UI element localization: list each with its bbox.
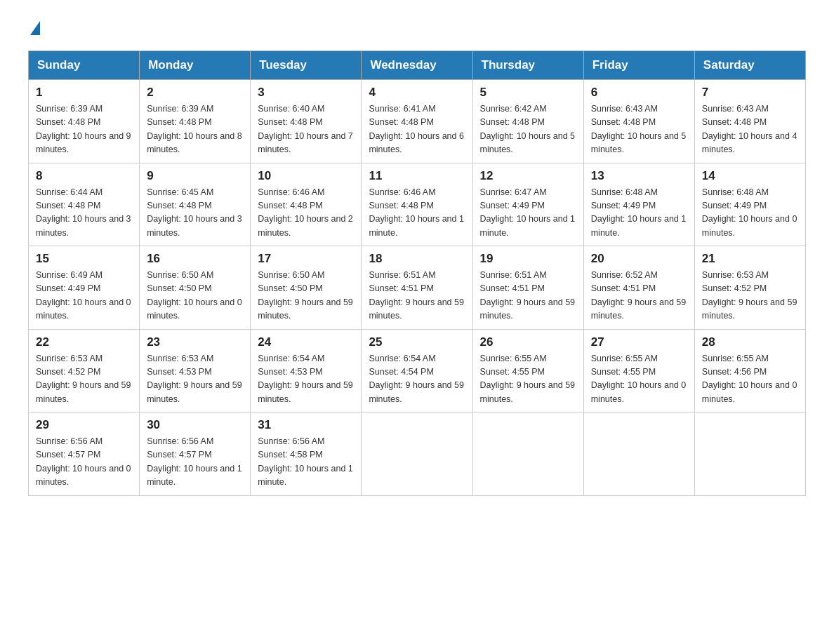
calendar-cell: 1 Sunrise: 6:39 AM Sunset: 4:48 PM Dayli…	[29, 80, 140, 163]
day-number: 9	[147, 169, 243, 183]
calendar-cell: 5 Sunrise: 6:42 AM Sunset: 4:48 PM Dayli…	[472, 80, 583, 163]
day-info: Sunrise: 6:43 AM Sunset: 4:48 PM Dayligh…	[702, 102, 798, 157]
calendar-cell: 9 Sunrise: 6:45 AM Sunset: 4:48 PM Dayli…	[140, 163, 251, 246]
day-info: Sunrise: 6:56 AM Sunset: 4:58 PM Dayligh…	[258, 435, 354, 490]
day-info: Sunrise: 6:48 AM Sunset: 4:49 PM Dayligh…	[702, 186, 798, 241]
day-number: 27	[591, 335, 687, 349]
day-number: 7	[702, 86, 798, 100]
calendar-cell: 4 Sunrise: 6:41 AM Sunset: 4:48 PM Dayli…	[362, 80, 472, 163]
day-number: 30	[147, 418, 243, 432]
day-info: Sunrise: 6:55 AM Sunset: 4:55 PM Dayligh…	[480, 352, 576, 407]
calendar-cell: 12 Sunrise: 6:47 AM Sunset: 4:49 PM Dayl…	[472, 163, 583, 246]
day-info: Sunrise: 6:39 AM Sunset: 4:48 PM Dayligh…	[147, 102, 243, 157]
calendar-cell	[362, 412, 472, 496]
calendar-week-5: 29 Sunrise: 6:56 AM Sunset: 4:57 PM Dayl…	[29, 412, 806, 496]
calendar-cell: 14 Sunrise: 6:48 AM Sunset: 4:49 PM Dayl…	[694, 163, 805, 246]
calendar-cell: 10 Sunrise: 6:46 AM Sunset: 4:48 PM Dayl…	[251, 163, 362, 246]
day-number: 23	[147, 335, 243, 349]
calendar-cell: 2 Sunrise: 6:39 AM Sunset: 4:48 PM Dayli…	[140, 80, 251, 163]
day-number: 3	[258, 86, 354, 100]
calendar-cell: 13 Sunrise: 6:48 AM Sunset: 4:49 PM Dayl…	[583, 163, 694, 246]
day-number: 11	[369, 169, 465, 183]
day-info: Sunrise: 6:56 AM Sunset: 4:57 PM Dayligh…	[147, 435, 243, 490]
day-info: Sunrise: 6:44 AM Sunset: 4:48 PM Dayligh…	[36, 186, 132, 241]
calendar-cell: 11 Sunrise: 6:46 AM Sunset: 4:48 PM Dayl…	[362, 163, 472, 246]
day-number: 31	[258, 418, 354, 432]
calendar-cell: 8 Sunrise: 6:44 AM Sunset: 4:48 PM Dayli…	[29, 163, 140, 246]
weekday-header-monday: Monday	[140, 51, 251, 80]
day-number: 1	[36, 86, 132, 100]
day-number: 14	[702, 169, 798, 183]
calendar-cell: 7 Sunrise: 6:43 AM Sunset: 4:48 PM Dayli…	[694, 80, 805, 163]
logo	[28, 21, 40, 36]
calendar-cell: 22 Sunrise: 6:53 AM Sunset: 4:52 PM Dayl…	[29, 329, 140, 412]
calendar-cell: 19 Sunrise: 6:51 AM Sunset: 4:51 PM Dayl…	[472, 246, 583, 330]
day-info: Sunrise: 6:51 AM Sunset: 4:51 PM Dayligh…	[369, 269, 465, 323]
day-info: Sunrise: 6:56 AM Sunset: 4:57 PM Dayligh…	[36, 435, 132, 490]
day-number: 16	[147, 252, 243, 266]
day-info: Sunrise: 6:41 AM Sunset: 4:48 PM Dayligh…	[369, 102, 465, 157]
day-info: Sunrise: 6:50 AM Sunset: 4:50 PM Dayligh…	[258, 269, 354, 323]
calendar-cell: 16 Sunrise: 6:50 AM Sunset: 4:50 PM Dayl…	[140, 246, 251, 330]
logo-top	[28, 21, 40, 36]
calendar-cell	[583, 412, 694, 496]
day-info: Sunrise: 6:55 AM Sunset: 4:56 PM Dayligh…	[702, 352, 798, 407]
logo-triangle-icon	[30, 21, 40, 35]
day-info: Sunrise: 6:46 AM Sunset: 4:48 PM Dayligh…	[369, 186, 465, 241]
calendar-cell: 23 Sunrise: 6:53 AM Sunset: 4:53 PM Dayl…	[140, 329, 251, 412]
calendar-cell: 28 Sunrise: 6:55 AM Sunset: 4:56 PM Dayl…	[694, 329, 805, 412]
day-number: 21	[702, 252, 798, 266]
day-info: Sunrise: 6:54 AM Sunset: 4:54 PM Dayligh…	[369, 352, 465, 407]
day-info: Sunrise: 6:51 AM Sunset: 4:51 PM Dayligh…	[480, 269, 576, 323]
calendar-cell: 3 Sunrise: 6:40 AM Sunset: 4:48 PM Dayli…	[251, 80, 362, 163]
day-info: Sunrise: 6:45 AM Sunset: 4:48 PM Dayligh…	[147, 186, 243, 241]
day-number: 28	[702, 335, 798, 349]
calendar-cell: 20 Sunrise: 6:52 AM Sunset: 4:51 PM Dayl…	[583, 246, 694, 330]
day-number: 20	[591, 252, 687, 266]
day-number: 19	[480, 252, 576, 266]
page-header	[28, 21, 806, 36]
calendar-cell: 25 Sunrise: 6:54 AM Sunset: 4:54 PM Dayl…	[362, 329, 472, 412]
day-info: Sunrise: 6:42 AM Sunset: 4:48 PM Dayligh…	[480, 102, 576, 157]
calendar-cell: 15 Sunrise: 6:49 AM Sunset: 4:49 PM Dayl…	[29, 246, 140, 330]
day-info: Sunrise: 6:50 AM Sunset: 4:50 PM Dayligh…	[147, 269, 243, 323]
day-number: 29	[36, 418, 132, 432]
day-number: 18	[369, 252, 465, 266]
day-info: Sunrise: 6:53 AM Sunset: 4:52 PM Dayligh…	[36, 352, 132, 407]
day-number: 4	[369, 86, 465, 100]
day-info: Sunrise: 6:52 AM Sunset: 4:51 PM Dayligh…	[591, 269, 687, 323]
calendar-cell: 30 Sunrise: 6:56 AM Sunset: 4:57 PM Dayl…	[140, 412, 251, 496]
day-number: 13	[591, 169, 687, 183]
calendar-cell: 6 Sunrise: 6:43 AM Sunset: 4:48 PM Dayli…	[583, 80, 694, 163]
calendar-cell: 31 Sunrise: 6:56 AM Sunset: 4:58 PM Dayl…	[251, 412, 362, 496]
day-number: 6	[591, 86, 687, 100]
day-info: Sunrise: 6:54 AM Sunset: 4:53 PM Dayligh…	[258, 352, 354, 407]
calendar-week-1: 1 Sunrise: 6:39 AM Sunset: 4:48 PM Dayli…	[29, 80, 806, 163]
calendar-cell: 29 Sunrise: 6:56 AM Sunset: 4:57 PM Dayl…	[29, 412, 140, 496]
calendar-cell: 26 Sunrise: 6:55 AM Sunset: 4:55 PM Dayl…	[472, 329, 583, 412]
weekday-header-tuesday: Tuesday	[251, 51, 362, 80]
calendar-week-2: 8 Sunrise: 6:44 AM Sunset: 4:48 PM Dayli…	[29, 163, 806, 246]
day-info: Sunrise: 6:46 AM Sunset: 4:48 PM Dayligh…	[258, 186, 354, 241]
calendar-cell	[694, 412, 805, 496]
day-number: 12	[480, 169, 576, 183]
day-info: Sunrise: 6:40 AM Sunset: 4:48 PM Dayligh…	[258, 102, 354, 157]
day-info: Sunrise: 6:48 AM Sunset: 4:49 PM Dayligh…	[591, 186, 687, 241]
day-number: 26	[480, 335, 576, 349]
weekday-header-friday: Friday	[583, 51, 694, 80]
weekday-header-wednesday: Wednesday	[362, 51, 472, 80]
day-number: 5	[480, 86, 576, 100]
calendar-cell: 24 Sunrise: 6:54 AM Sunset: 4:53 PM Dayl…	[251, 329, 362, 412]
day-info: Sunrise: 6:47 AM Sunset: 4:49 PM Dayligh…	[480, 186, 576, 241]
day-number: 24	[258, 335, 354, 349]
calendar-cell: 18 Sunrise: 6:51 AM Sunset: 4:51 PM Dayl…	[362, 246, 472, 330]
day-info: Sunrise: 6:53 AM Sunset: 4:53 PM Dayligh…	[147, 352, 243, 407]
calendar-table: SundayMondayTuesdayWednesdayThursdayFrid…	[28, 51, 806, 496]
day-info: Sunrise: 6:43 AM Sunset: 4:48 PM Dayligh…	[591, 102, 687, 157]
calendar-week-3: 15 Sunrise: 6:49 AM Sunset: 4:49 PM Dayl…	[29, 246, 806, 330]
day-number: 15	[36, 252, 132, 266]
weekday-header-row: SundayMondayTuesdayWednesdayThursdayFrid…	[29, 51, 806, 80]
calendar-cell: 21 Sunrise: 6:53 AM Sunset: 4:52 PM Dayl…	[694, 246, 805, 330]
day-number: 2	[147, 86, 243, 100]
day-info: Sunrise: 6:55 AM Sunset: 4:55 PM Dayligh…	[591, 352, 687, 407]
